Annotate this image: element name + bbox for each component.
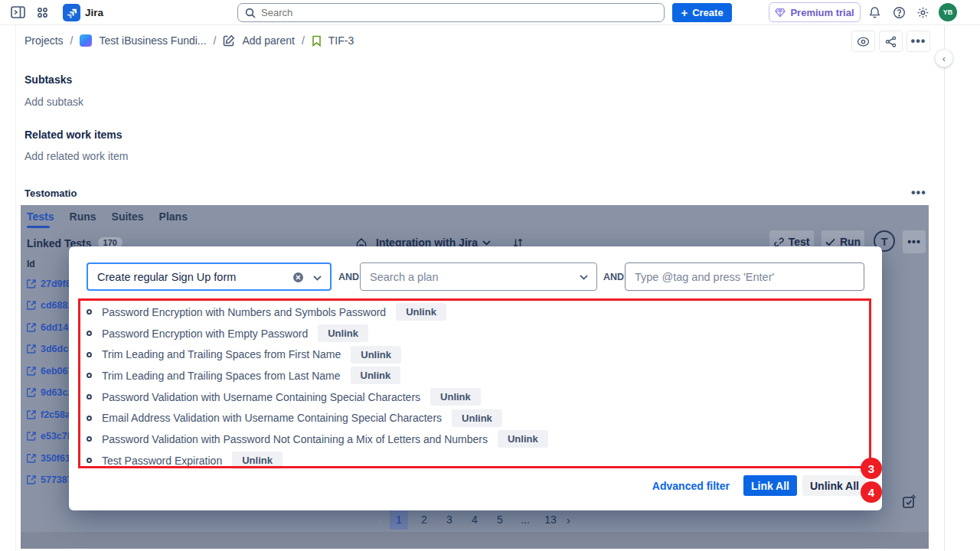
tab-tests[interactable]: Tests — [27, 210, 54, 223]
clear-icon[interactable] — [292, 272, 304, 283]
premium-trial-button[interactable]: Premium trial — [769, 2, 861, 22]
pagination-next-icon[interactable]: › — [567, 514, 570, 527]
unlink-button[interactable]: Unlink — [351, 346, 401, 364]
search-icon — [245, 8, 256, 18]
external-link-icon — [27, 367, 36, 376]
page-1[interactable]: 1 — [390, 510, 408, 530]
jira-logo[interactable] — [63, 4, 80, 21]
user-avatar[interactable]: YB — [939, 3, 957, 21]
page-2[interactable]: 2 — [415, 510, 433, 530]
bullet-icon — [87, 458, 92, 463]
plan-search-input[interactable] — [370, 271, 573, 283]
testomatio-heading: Testomatio — [24, 187, 77, 199]
unlink-button[interactable]: Unlink — [498, 430, 548, 448]
edit-task-icon[interactable] — [901, 494, 917, 510]
search-input[interactable] — [261, 7, 657, 18]
subtasks-heading: Subtasks — [24, 73, 72, 86]
advanced-filter-link[interactable]: Advanced filter — [652, 475, 730, 496]
tag-input[interactable] — [635, 271, 854, 283]
tag-filter-field[interactable] — [625, 262, 864, 291]
test-id-row[interactable]: 27d9f8 — [27, 279, 71, 289]
link-icon — [774, 237, 784, 247]
external-link-icon — [27, 475, 36, 484]
add-related-item-action[interactable]: Add related work item — [24, 150, 128, 162]
unlink-button[interactable]: Unlink — [351, 367, 401, 384]
test-id-row[interactable]: 9d63c2 — [27, 387, 73, 398]
add-subtask-action[interactable]: Add subtask — [24, 96, 83, 108]
external-link-icon — [27, 323, 36, 332]
collapse-chevron-icon[interactable]: ‹ — [935, 49, 953, 67]
test-id-row[interactable]: e53c7b — [27, 431, 73, 442]
test-id-row[interactable]: 6dd145 — [27, 322, 74, 333]
test-id-row[interactable]: 6eb067 — [27, 366, 73, 377]
testomatio-more-icon[interactable]: ••• — [911, 186, 926, 200]
list-item: Password Validation with Password Not Co… — [87, 429, 548, 450]
external-link-icon — [27, 279, 36, 289]
pagination-prev-icon[interactable]: ‹ — [379, 514, 383, 527]
plus-icon: + — [681, 6, 688, 19]
help-icon[interactable] — [893, 6, 906, 19]
test-filter-input[interactable] — [97, 271, 286, 283]
unlink-button[interactable]: Unlink — [318, 324, 368, 342]
list-item: Email Address Validation with Username C… — [87, 407, 548, 429]
external-link-icon — [27, 432, 36, 441]
pagination: ‹ 1 2 3 4 5 ... 13 › — [21, 510, 929, 530]
breadcrumb-projects[interactable]: Projects — [24, 34, 64, 47]
bullet-icon — [87, 416, 92, 421]
list-item: Trim Leading and Trailing Spaces from Fi… — [87, 344, 548, 365]
unlink-button[interactable]: Unlink — [430, 388, 481, 406]
external-link-icon — [27, 454, 36, 463]
sidebar-toggle-icon[interactable] — [11, 5, 25, 19]
unlink-button[interactable]: Unlink — [232, 452, 283, 469]
tab-plans[interactable]: Plans — [159, 210, 188, 223]
page-4[interactable]: 4 — [466, 510, 484, 530]
breadcrumb-project[interactable]: Test iBusiness Fundi... — [99, 34, 206, 47]
and-operator: AND — [603, 262, 624, 291]
bookmark-icon — [312, 35, 322, 47]
tab-runs[interactable]: Runs — [70, 210, 96, 223]
unlink-button[interactable]: Unlink — [452, 409, 502, 427]
panel-more-icon[interactable]: ••• — [903, 230, 926, 253]
tab-suites[interactable]: Suites — [112, 210, 144, 223]
unlink-button[interactable]: Unlink — [396, 303, 446, 321]
external-link-icon — [27, 344, 36, 354]
page-ellipsis: ... — [516, 510, 534, 530]
bullet-icon — [87, 436, 92, 442]
more-actions-icon[interactable]: ••• — [906, 31, 930, 52]
settings-gear-icon[interactable] — [916, 6, 929, 19]
global-search[interactable] — [237, 3, 665, 22]
notifications-bell-icon[interactable] — [868, 6, 881, 19]
chevron-down-icon[interactable] — [580, 275, 588, 280]
test-id-row[interactable]: 3d6dcf — [27, 344, 71, 354]
list-item: Password Validation with Username Contai… — [87, 386, 548, 408]
watch-eye-icon[interactable] — [851, 31, 875, 52]
premium-diamond-icon — [775, 8, 786, 18]
top-navigation: Jira + Create Premium trial — [0, 0, 980, 25]
bullet-icon — [87, 373, 92, 378]
page-5[interactable]: 5 — [491, 510, 509, 530]
test-id-row[interactable]: f2c58a — [27, 409, 70, 420]
external-link-icon — [27, 388, 36, 397]
test-id-row[interactable]: 350f61 — [27, 453, 70, 464]
external-link-icon — [27, 410, 36, 419]
app-title: Jira — [85, 7, 103, 18]
breadcrumb-add-parent[interactable]: Add parent — [242, 34, 295, 47]
annotation-badge-4: 4 — [861, 481, 882, 503]
bullet-icon — [87, 309, 92, 315]
unlink-all-button[interactable]: Unlink All — [802, 475, 867, 496]
breadcrumb-issue-key[interactable]: TIF-3 — [328, 34, 354, 47]
test-filter-select[interactable] — [87, 262, 332, 291]
test-id-row[interactable]: 577387 — [27, 474, 73, 485]
plan-filter-select[interactable] — [360, 262, 597, 291]
share-icon[interactable] — [879, 31, 903, 52]
create-button[interactable]: + Create — [672, 3, 732, 22]
app-switcher-icon[interactable] — [36, 6, 49, 19]
list-item: Password Encryption with Empty PasswordU… — [87, 323, 548, 344]
page-3[interactable]: 3 — [440, 510, 459, 530]
project-avatar — [80, 34, 92, 47]
page-13[interactable]: 13 — [541, 510, 560, 530]
chevron-down-icon[interactable] — [313, 276, 322, 281]
bullet-icon — [87, 331, 92, 336]
link-all-button[interactable]: Link All — [743, 475, 797, 496]
test-id-row[interactable]: cd6882 — [27, 300, 73, 311]
